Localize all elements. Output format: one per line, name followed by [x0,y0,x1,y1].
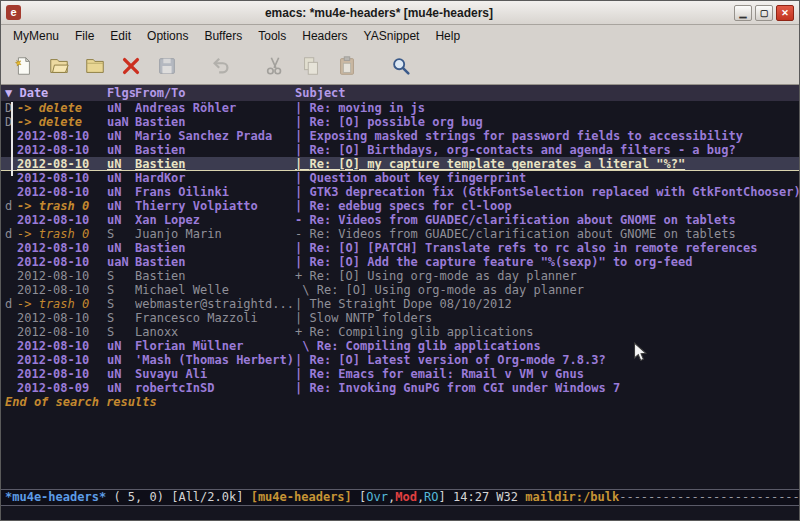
message-list: D-> deleteuNAndreas Röhler| Re: moving i… [1,101,799,489]
message-from: Michael Welle [135,283,295,297]
message-subject: Re: Videos from GUADEC/clarification abo… [309,227,799,241]
message-date: 2012-08-10 [17,171,107,185]
message-from: Lanoxx [135,325,295,339]
menu-options[interactable]: Options [139,26,196,46]
message-mark [5,311,17,325]
message-flags: uaN [107,115,135,129]
message-row[interactable]: 2012-08-10uN'Mash (Thomas Herbert)| Re: … [1,353,799,367]
mode-line[interactable]: *mu4e-headers* ( 5, 0) [All/2.0k] [mu4e-… [1,489,799,506]
message-date: 2012-08-10 [17,143,107,157]
new-file-icon[interactable] [9,52,37,80]
message-row[interactable]: 2012-08-10uNBastien| Re: [O] Birthdays, … [1,143,799,157]
emacs-app-icon: e [6,5,21,20]
message-date: 2012-08-10 [17,367,107,381]
message-date: -> trash 0 [17,227,107,241]
message-from: Bastien [135,241,295,255]
scrollbar-thumb[interactable] [11,102,13,176]
menu-yasnippet[interactable]: YASnippet [356,26,428,46]
message-row[interactable]: d-> trash 0uNThierry Volpiatto| Re: edeb… [1,199,799,213]
message-thread-sep: | [295,241,309,255]
message-flags: uN [107,157,135,170]
message-row[interactable]: 2012-08-10uNFrans Oilinki| GTK3 deprecat… [1,185,799,199]
mu4e-headers-buffer: ▼ Date Flgs From/To Subject D-> deleteuN… [1,85,799,489]
message-row[interactable]: 2012-08-10uNHardKor| Question about key … [1,171,799,185]
copy-icon [297,52,325,80]
menu-tools[interactable]: Tools [250,26,294,46]
message-date: 2012-08-10 [17,255,107,269]
message-flags: S [107,269,135,283]
message-subject: Re: Emacs for email: Rmail v VM v Gnus [309,367,799,381]
message-subject: Re: [O] Using org-mode as day planner [317,283,799,297]
column-header-flags[interactable]: Flgs [107,85,135,101]
message-subject: Re: [O] Birthdays, org-contacts and agen… [309,143,799,157]
message-date: 2012-08-10 [17,325,107,339]
column-header-date[interactable]: ▼ Date [5,85,107,101]
message-row[interactable]: 2012-08-10uNFlorian Müllner \ Re: Compil… [1,339,799,353]
search-icon[interactable] [387,52,415,80]
message-flags: uN [107,381,135,395]
message-row[interactable]: 2012-08-10uNXan Lopez- Re: Videos from G… [1,213,799,227]
modeline-segment: -------------------------------------- [619,490,799,504]
message-from: Thierry Volpiatto [135,199,295,213]
message-thread-sep: | [295,311,309,325]
modeline-segment: maildir:/bulk [525,490,619,504]
message-row[interactable]: 2012-08-10uaNBastien| Re: [O] Add the ca… [1,255,799,269]
message-from: Bastien [135,255,295,269]
menu-help[interactable]: Help [427,26,468,46]
message-from: Bastien [135,269,295,283]
close-button[interactable]: ✕ [776,5,794,21]
message-row[interactable]: 2012-08-10uNMario Sanchez Prada| Exposin… [1,129,799,143]
modeline-segment: ( 5, 0) [All/2.0k] [106,490,251,504]
message-row[interactable]: 2012-08-10uNBastien| Re: [O] my capture … [1,157,799,171]
modeline-segment: Mod [395,490,417,504]
message-thread-sep: + [295,325,309,339]
minibuffer[interactable] [1,506,799,520]
message-row[interactable]: d-> trash 0Swebmaster@straightd...| The … [1,297,799,311]
message-flags: S [107,297,135,311]
message-date: 2012-08-10 [17,157,107,170]
message-from: Mario Sanchez Prada [135,129,295,143]
menu-headers[interactable]: Headers [294,26,355,46]
dired-icon[interactable] [81,52,109,80]
message-thread-sep: | [295,297,309,311]
message-date: 2012-08-10 [17,269,107,283]
message-row[interactable]: 2012-08-10uNSuvayu Ali| Re: Emacs for em… [1,367,799,381]
message-flags: uN [107,367,135,381]
message-subject: Re: [O] possible org bug [309,115,799,129]
message-flags: uN [107,101,135,115]
message-thread-sep: | [295,101,309,115]
message-flags: uN [107,213,135,227]
message-row[interactable]: 2012-08-10SMichael Welle \ Re: [O] Using… [1,283,799,297]
message-from: webmaster@straightd... [135,297,295,311]
open-file-icon[interactable] [45,52,73,80]
message-row[interactable]: D-> deleteuaNBastien| Re: [O] possible o… [1,115,799,129]
message-flags: S [107,311,135,325]
message-flags: uN [107,185,135,199]
message-row[interactable]: D-> deleteuNAndreas Röhler| Re: moving i… [1,101,799,115]
message-row[interactable]: 2012-08-10uNBastien| Re: [O] [PATCH] Tra… [1,241,799,255]
message-mark [5,255,17,269]
column-header-subject[interactable]: Subject [295,85,346,101]
menubar: MyMenuFileEditOptionsBuffersToolsHeaders… [1,25,799,47]
message-date: 2012-08-10 [17,129,107,143]
menu-mymenu[interactable]: MyMenu [5,26,67,46]
message-row[interactable]: 2012-08-10SFrancesco Mazzoli| Slow NNTP … [1,311,799,325]
kill-buffer-icon[interactable] [117,52,145,80]
message-date: -> delete [17,115,107,129]
menu-buffers[interactable]: Buffers [196,26,250,46]
message-date: 2012-08-10 [17,241,107,255]
menu-file[interactable]: File [67,26,102,46]
message-row[interactable]: d-> trash 0SJuanjo Marin- Re: Videos fro… [1,227,799,241]
modeline-segment: Ovr [366,490,388,504]
menu-edit[interactable]: Edit [102,26,139,46]
maximize-button[interactable]: ▢ [755,5,773,21]
message-from: HardKor [135,171,295,185]
message-row[interactable]: 2012-08-10SBastien+ Re: [O] Using org-mo… [1,269,799,283]
message-row[interactable]: 2012-08-09uNrobertcInSD| Re: Invoking Gn… [1,381,799,395]
message-row[interactable]: 2012-08-10SLanoxx+ Re: Compiling glib ap… [1,325,799,339]
minimize-button[interactable]: ▁ [734,5,752,21]
titlebar[interactable]: e emacs: *mu4e-headers* [mu4e-headers] ▁… [1,1,799,25]
message-subject: Re: [O] my capture template generates a … [309,157,799,170]
column-header-from[interactable]: From/To [135,85,295,101]
message-mark [5,185,17,199]
